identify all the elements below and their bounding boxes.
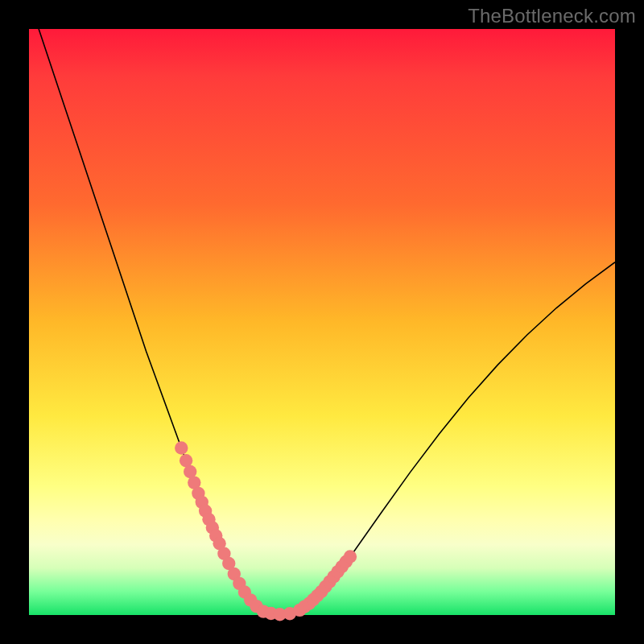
watermark-text: TheBottleneck.com [468, 5, 636, 27]
curve-svg [29, 29, 615, 615]
chart-container: TheBottleneck.com [0, 0, 644, 644]
sample-dot [175, 441, 188, 454]
sample-dots-group [175, 441, 357, 621]
plot-area [29, 29, 615, 615]
bottleneck-curve [29, 0, 615, 614]
sample-dot [344, 550, 357, 563]
